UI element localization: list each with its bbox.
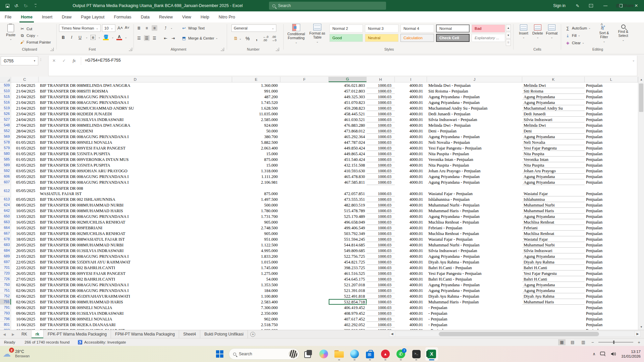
- cell-j796[interactable]: - Penjualan: [427, 316, 522, 322]
- cell-d607[interactable]: BIF TRANSFER DR 008AGUNG PRIYANDANA I: [39, 179, 232, 185]
- sheet-tab-sheet4[interactable]: Sheet4: [179, 330, 200, 338]
- cell-h667[interactable]: 1000.03: [367, 231, 395, 236]
- horizontal-scrollbar[interactable]: ◀ ▶: [389, 330, 641, 337]
- cancel-formula-icon[interactable]: ✕: [50, 57, 58, 64]
- ribbon-tab-data[interactable]: Data: [136, 11, 154, 22]
- row-header-579[interactable]: 579: [0, 145, 11, 151]
- cell-d664[interactable]: BIF TRANSFER DR 009FEBRIANI: [39, 225, 232, 231]
- cell-e793[interactable]: 2.350.000: [232, 310, 280, 316]
- cell-d510[interactable]: BIF TRANSFER DR 008SITI ROISMA: [39, 88, 232, 94]
- cell-j750[interactable]: Agung Priyandana - Penjualan: [427, 282, 522, 288]
- cell-i801[interactable]: 4000.01: [395, 322, 427, 327]
- cell-e796[interactable]: 902.000: [232, 316, 280, 322]
- cell-h684[interactable]: 1000.03: [367, 248, 395, 253]
- cell-i578[interactable]: 4000.01: [395, 139, 427, 145]
- cell-k510[interactable]: Siti Roisma: [522, 88, 585, 94]
- cell-d592[interactable]: BIF TRANSFER DR 009JOHAN ARU PRAYOGO: [39, 168, 232, 174]
- cell-g580[interactable]: 449.865.424: [329, 151, 367, 157]
- cell-h755[interactable]: 1000.03: [367, 299, 395, 305]
- cell-l624[interactable]: Penjualan: [585, 202, 638, 208]
- title-search-box[interactable]: Search: [269, 2, 386, 10]
- cell-l726[interactable]: Penjualan: [585, 276, 638, 282]
- cell-g650[interactable]: 525.170.489: [329, 214, 367, 219]
- cell-e580[interactable]: 15.000: [232, 151, 280, 157]
- cell-l755[interactable]: Penjualan: [585, 299, 638, 305]
- style-chip-good[interactable]: Good: [329, 34, 363, 42]
- cell-d663[interactable]: BIF TRANSFER DR 002MUCHLISA RENHOAT: [39, 219, 232, 225]
- cell-g552[interactable]: 473.868.012: [329, 128, 367, 134]
- ribbon-display-options-icon[interactable]: [584, 0, 598, 11]
- row-header-752[interactable]: 752: [0, 293, 11, 299]
- cell-h589[interactable]: 1000.03: [367, 162, 395, 168]
- cell-l509[interactable]: Penjualan: [585, 82, 638, 88]
- cell-l606[interactable]: Penjualan: [585, 174, 638, 179]
- ribbon-tab-file[interactable]: File: [0, 11, 16, 22]
- vertical-scroll-thumb[interactable]: [639, 83, 643, 112]
- cell-k796[interactable]: [522, 316, 585, 322]
- cell-f509[interactable]: [280, 82, 329, 88]
- cell-g726[interactable]: 454.645.175: [329, 276, 367, 282]
- vertical-scrollbar[interactable]: ▲ ▼: [638, 77, 644, 330]
- cell-e569[interactable]: 380.700: [232, 134, 280, 139]
- cell-i793[interactable]: 4000.01: [395, 310, 427, 316]
- style-chip-explanatory-[interactable]: Explanatory ...: [472, 34, 505, 42]
- row-header-650[interactable]: 650: [0, 214, 11, 219]
- cell-k592[interactable]: Johan Aru Prayogo: [522, 168, 585, 174]
- cell-c650[interactable]: 13/05/2025: [11, 214, 39, 219]
- cell-k580[interactable]: Nita Puspita: [522, 151, 585, 157]
- cell-f515[interactable]: [280, 94, 329, 100]
- cell-j578[interactable]: Neli Novalia - Penjualan: [427, 139, 522, 145]
- cell-k607[interactable]: Agung Priyandana: [522, 179, 585, 185]
- bold-button[interactable]: B: [60, 35, 66, 40]
- cell-h726[interactable]: 1000.03: [367, 276, 395, 282]
- cell-j701[interactable]: Bahri H.Canti - Penjualan: [427, 265, 522, 270]
- cell-f751[interactable]: [280, 288, 329, 293]
- cell-d515[interactable]: BIF TRANSFER DR 008AGUNG PRIYANDANA I: [39, 94, 232, 100]
- cell-h750[interactable]: 1000.03: [367, 282, 395, 288]
- cell-k552[interactable]: Deni: [522, 128, 585, 134]
- cell-k664[interactable]: Febriani: [522, 225, 585, 231]
- cell-l578[interactable]: Penjualan: [585, 139, 638, 145]
- cell-k509[interactable]: Melinda Dwi: [522, 82, 585, 88]
- cell-e552[interactable]: 50.000: [232, 128, 280, 134]
- cell-c607[interactable]: 05/05/2025: [11, 179, 39, 185]
- cell-d678[interactable]: BIF TRANSFER DR 008WASIATUL FAJAR IST: [39, 236, 232, 242]
- cell-g801[interactable]: 402.292.052: [329, 322, 367, 327]
- cell-k720[interactable]: Yesi Fajar Pangestu: [522, 270, 585, 276]
- cell-i683[interactable]: 4000.01: [395, 242, 427, 248]
- cell-k589[interactable]: Nita Puspita: [522, 162, 585, 168]
- cell-e606[interactable]: 1.111.200: [232, 174, 280, 179]
- sort-filter-button[interactable]: 🝖AZ Sort & Filter⌄: [595, 24, 613, 44]
- cell-f585[interactable]: [280, 157, 329, 162]
- undo-button[interactable]: ↺⌄: [12, 0, 21, 11]
- cell-h519[interactable]: 1000.03: [367, 105, 395, 111]
- cell-j613[interactable]: Ishlahunnisa - Penjualan: [427, 196, 522, 202]
- cell-e664[interactable]: 2.748.500: [232, 225, 280, 231]
- row-header-667[interactable]: 667: [0, 231, 11, 236]
- cell-c664[interactable]: 16/05/2025: [11, 225, 39, 231]
- cell-f801[interactable]: [280, 322, 329, 327]
- cell-g791[interactable]: 406.419.452: [329, 305, 367, 310]
- row-header-613[interactable]: 613: [0, 196, 11, 202]
- autosum-button[interactable]: ∑AutoSum⌄: [565, 25, 591, 31]
- decrease-indent-button[interactable]: ⇤: [163, 35, 168, 41]
- cell-f667[interactable]: [280, 231, 329, 236]
- row-header-755[interactable]: 755: [0, 299, 11, 305]
- cell-c592[interactable]: 03/05/2025: [11, 168, 39, 174]
- cell-l720[interactable]: Penjualan: [585, 270, 638, 276]
- row-header-510[interactable]: 510: [0, 88, 11, 94]
- row-header-585[interactable]: 585: [0, 157, 11, 162]
- cell-d683[interactable]: BIF TRANSFER DR 008MUHAMMAD NURBI: [39, 242, 232, 248]
- row-header-801[interactable]: 801: [0, 322, 11, 327]
- cell-j580[interactable]: Nita Puspita - Penjualan: [427, 151, 522, 157]
- row-header-606[interactable]: 606: [0, 174, 11, 179]
- cell-f683[interactable]: [280, 242, 329, 248]
- cell-e678[interactable]: 951.000: [232, 236, 280, 242]
- cell-e697[interactable]: 1.015.000: [232, 259, 280, 265]
- cell-c509[interactable]: 21/04/2025: [11, 82, 39, 88]
- cell-g548[interactable]: 476.883.280: [329, 122, 367, 128]
- cell-f697[interactable]: [280, 259, 329, 265]
- cell-f726[interactable]: [280, 276, 329, 282]
- cell-e624[interactable]: 500.000: [232, 202, 280, 208]
- cell-l552[interactable]: Penjualan: [585, 128, 638, 134]
